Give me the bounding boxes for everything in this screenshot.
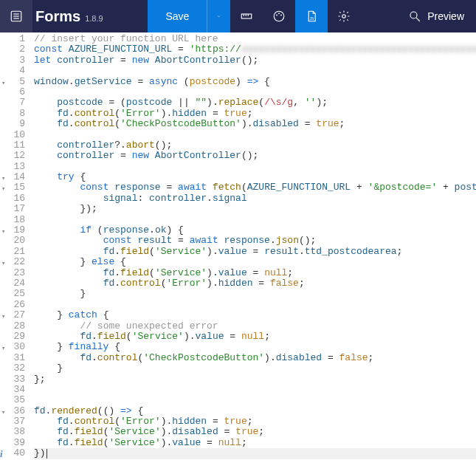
- code-line[interactable]: });: [34, 204, 476, 214]
- code-line[interactable]: fd.control('Error').hidden = true;: [34, 416, 476, 427]
- palette-icon: [272, 10, 286, 23]
- code-line[interactable]: fd.control('Error').hidden = false;: [34, 278, 476, 289]
- line-number: 30▾: [3, 342, 25, 352]
- svg-point-10: [278, 13, 280, 14]
- code-line[interactable]: const response = await fetch(AZURE_FUNCT…: [34, 182, 476, 193]
- app-version: 1.8.9: [85, 14, 103, 23]
- code-line[interactable]: controller = new AbortController();: [34, 151, 476, 161]
- code-line[interactable]: signal: controller.signal: [34, 193, 476, 204]
- line-number: 1: [3, 34, 25, 44]
- code-line[interactable]: fd.field('Service').value = result.ttd_p…: [34, 247, 476, 257]
- preview-button[interactable]: Preview: [396, 0, 476, 32]
- code-line[interactable]: fd.field('Service').value = null;: [34, 332, 476, 342]
- line-number: 18: [3, 215, 25, 225]
- line-number: 27▾: [3, 310, 25, 320]
- ruler-icon: [240, 10, 253, 23]
- svg-point-14: [410, 12, 417, 18]
- menu-icon: [10, 10, 23, 23]
- code-area[interactable]: // insert your function URL hereconst AZ…: [30, 32, 476, 460]
- code-line[interactable]: let controller = new AbortController();: [34, 55, 476, 66]
- save-dropdown-button[interactable]: [207, 0, 230, 32]
- svg-point-13: [342, 15, 346, 18]
- line-number: 28: [3, 321, 25, 332]
- line-number: 13: [3, 162, 25, 172]
- code-line[interactable]: }: [34, 363, 476, 374]
- code-line[interactable]: fd.field('Service').value = null;: [34, 268, 476, 278]
- svg-text:JS: JS: [310, 16, 314, 21]
- code-line[interactable]: }): [34, 448, 476, 459]
- code-line[interactable]: const AZURE_FUNCTION_URL = 'https://xxxx…: [34, 44, 476, 55]
- line-number: 8: [3, 109, 25, 119]
- svg-point-9: [276, 15, 277, 16]
- code-line[interactable]: window.getService = async (postcode) => …: [34, 77, 476, 87]
- save-button[interactable]: Save: [148, 0, 207, 32]
- script-button[interactable]: JS: [295, 0, 328, 32]
- code-editor[interactable]: 12345▾67891011121314▾15▾16171819▾202122▾…: [0, 32, 476, 460]
- code-line[interactable]: fd.rendered(() => {: [34, 406, 476, 416]
- code-line[interactable]: }: [34, 289, 476, 299]
- line-number: 15▾: [3, 182, 25, 193]
- code-line[interactable]: [34, 162, 476, 172]
- svg-rect-4: [242, 14, 252, 18]
- preview-button-label: Preview: [427, 10, 464, 22]
- code-line[interactable]: // some unexpected error: [34, 321, 476, 332]
- code-line[interactable]: [34, 66, 476, 76]
- code-line[interactable]: const result = await response.json();: [34, 236, 476, 246]
- line-number: 6: [3, 87, 25, 97]
- line-number: 4: [3, 66, 25, 76]
- code-line[interactable]: } finally {: [34, 342, 476, 352]
- svg-point-8: [275, 11, 285, 21]
- code-line[interactable]: [34, 87, 476, 97]
- code-line[interactable]: if (response.ok) {: [34, 225, 476, 236]
- code-line[interactable]: [34, 385, 476, 395]
- code-line[interactable]: fd.field('Service').value = null;: [34, 438, 476, 448]
- code-line[interactable]: };: [34, 374, 476, 385]
- text-cursor: [46, 449, 47, 459]
- svg-line-15: [416, 18, 420, 21]
- gear-icon: [337, 10, 351, 23]
- toolbar-spacer-left: [112, 0, 148, 32]
- line-number: 5▾: [3, 77, 25, 87]
- line-number: 19▾: [3, 225, 25, 236]
- line-number: 31: [3, 353, 25, 363]
- app-title: Forms 1.8.9: [32, 0, 112, 32]
- line-number: 37: [3, 416, 25, 427]
- code-line[interactable]: fd.control('Error').hidden = true;: [34, 109, 476, 119]
- code-line[interactable]: fd.field('Service').disabled = true;: [34, 427, 476, 437]
- line-number: 33: [3, 374, 25, 385]
- code-line[interactable]: [34, 300, 476, 310]
- line-number: 16: [3, 193, 25, 204]
- line-number: 32: [3, 363, 25, 374]
- code-line[interactable]: } else {: [34, 257, 476, 267]
- line-number: 29: [3, 332, 25, 342]
- line-number: 11: [3, 140, 25, 151]
- line-number: 22▾: [3, 257, 25, 267]
- line-number: 26: [3, 300, 25, 310]
- line-number: 36▾: [3, 406, 25, 416]
- code-line[interactable]: [34, 395, 476, 405]
- code-line[interactable]: [34, 215, 476, 225]
- app-menu-button[interactable]: [0, 0, 32, 32]
- code-line[interactable]: fd.control('CheckPostcodeButton').disabl…: [34, 119, 476, 129]
- ruler-button[interactable]: [230, 0, 263, 32]
- line-number: 35: [3, 395, 25, 405]
- line-number: 10: [3, 130, 25, 140]
- line-number: 12: [3, 151, 25, 161]
- code-line[interactable]: [34, 130, 476, 140]
- code-line[interactable]: fd.control('CheckPostcodeButton').disabl…: [34, 353, 476, 363]
- script-icon: JS: [305, 10, 318, 23]
- line-number: 38: [3, 427, 25, 437]
- settings-button[interactable]: [328, 0, 360, 32]
- line-number: 24: [3, 278, 25, 289]
- line-number: 7: [3, 97, 25, 108]
- line-number: 34: [3, 385, 25, 395]
- code-line[interactable]: postcode = (postcode || "").replace(/\s/…: [34, 97, 476, 108]
- line-number: 25: [3, 289, 25, 299]
- theme-button[interactable]: [263, 0, 295, 32]
- code-line[interactable]: } catch {: [34, 310, 476, 320]
- app-name: Forms: [35, 0, 80, 32]
- toolbar-spacer-right: [360, 0, 396, 32]
- svg-point-11: [280, 15, 282, 16]
- code-line[interactable]: controller?.abort();: [34, 140, 476, 151]
- code-line[interactable]: try {: [34, 172, 476, 182]
